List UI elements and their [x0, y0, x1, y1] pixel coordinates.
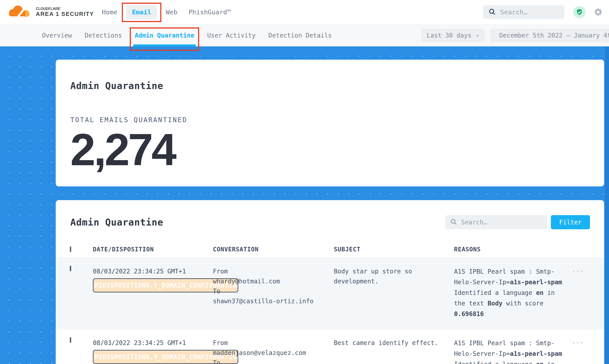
brand-subtitle: AREA 1 SECURITY: [36, 11, 94, 17]
cloudflare-cloud-icon: [7, 3, 33, 21]
tab-detections[interactable]: Detections: [85, 25, 122, 46]
tab-admin-quarantine[interactable]: Admin Quarantine: [135, 25, 194, 46]
global-search[interactable]: [483, 5, 564, 19]
table-row: 08/03/2022 23:34:25 GMT+1 APIDISPOSITION…: [56, 330, 604, 364]
row-checkbox[interactable]: [70, 337, 71, 343]
tab-web[interactable]: Web: [163, 7, 179, 17]
search-icon: [488, 8, 496, 16]
column-header-subject: SUBJECT: [334, 246, 454, 253]
main-content: Admin Quarantine TOTAL EMAILS QUARANTINE…: [0, 46, 609, 364]
date-range-label: December 5th 2022 — January 4th 2023: [499, 32, 609, 39]
reasons-cell: A1S IPBL Pearl spam : Smtp-Helo-Server-I…: [454, 338, 565, 364]
row-actions-menu-icon[interactable]: •••: [572, 340, 584, 346]
table-card-header: Admin Quarantine Filter: [56, 215, 604, 229]
app-header: CLOUDFLARE' AREA 1 SECURITY Home Email W…: [0, 0, 609, 24]
filter-button[interactable]: Filter: [551, 215, 590, 229]
column-header-date: DATE/DISPOSITION: [93, 246, 213, 253]
settings-gear-icon[interactable]: [593, 7, 603, 17]
brand-name: CLOUDFLARE: [36, 7, 60, 11]
tab-phishguard[interactable]: PhishGuard™: [186, 7, 233, 17]
reason-segment: 0.696816: [454, 310, 484, 318]
secondary-nav: Overview Detections Admin Quarantine Use…: [0, 24, 609, 46]
date-disposition-cell: 08/03/2022 23:34:25 GMT+1 APIDISPOSITION…: [93, 338, 213, 364]
reason-segment: Identified a language: [454, 361, 536, 364]
reason-segment: a1s-pearl-spam: [510, 279, 562, 286]
to-label: To: [213, 286, 334, 296]
reason-segment: en: [536, 289, 543, 296]
row-date: 08/03/2022 23:34:25 GMT+1: [93, 268, 186, 275]
to-address: shawn37@castillo-ortiz.info: [213, 296, 334, 306]
subject-cell: Best camera identify effect.: [334, 338, 454, 364]
reason-segment: en: [536, 361, 543, 364]
row-date: 08/03/2022 23:34:25 GMT+1: [93, 339, 186, 347]
period-dropdown[interactable]: Last 30 days ▼: [421, 29, 485, 42]
active-tab-underline: [133, 44, 196, 46]
reason-segment: Body: [488, 300, 502, 307]
tab-email[interactable]: Email: [126, 5, 157, 19]
tab-overview[interactable]: Overview: [42, 25, 72, 46]
tab-email-label: Email: [132, 8, 151, 16]
tab-user-activity[interactable]: User Activity: [207, 25, 256, 46]
cloudflare-logo[interactable]: CLOUDFLARE' AREA 1 SECURITY: [7, 3, 94, 21]
from-label: From: [213, 338, 334, 348]
scrollbar[interactable]: [605, 47, 609, 364]
reasons-cell: A1S IPBL Pearl spam : Smtp-Helo-Server-I…: [454, 266, 565, 319]
table-header-row: DATE/DISPOSITION CONVERSATION SUBJECT RE…: [56, 241, 604, 258]
date-range-picker[interactable]: December 5th 2022 — January 4th 2023: [490, 29, 609, 42]
table-row: 08/03/2022 23:34:25 GMT+1 APIDISPOSITION…: [56, 258, 604, 330]
tab-admin-quarantine-label: Admin Quarantine: [135, 32, 194, 39]
table-controls: Filter: [445, 215, 590, 229]
from-label: From: [213, 266, 334, 276]
table-card-title: Admin Quarantine: [70, 217, 163, 228]
conversation-cell: From whardy@hotmail.com To shawn37@casti…: [213, 266, 334, 319]
brand-trademark: ': [60, 7, 61, 11]
subject-cell: Body star up store so development.: [334, 266, 454, 319]
search-icon: [450, 218, 457, 226]
table-search[interactable]: [445, 215, 547, 229]
reason-segment: Identified a language: [454, 289, 536, 296]
table-search-input[interactable]: [461, 219, 542, 226]
date-disposition-cell: 08/03/2022 23:34:25 GMT+1 APIDISPOSITION…: [93, 266, 213, 319]
row-checkbox[interactable]: [70, 266, 71, 271]
column-header-reasons: REASONS: [454, 246, 565, 253]
metric-value: 2,274: [70, 127, 590, 172]
summary-card: Admin Quarantine TOTAL EMAILS QUARANTINE…: [56, 60, 604, 186]
from-address: maddenjason@velazquez.com: [213, 348, 334, 358]
reason-segment: with score: [502, 300, 543, 307]
to-label: To: [213, 358, 334, 364]
global-search-input[interactable]: [500, 8, 559, 16]
brand-text: CLOUDFLARE' AREA 1 SECURITY: [36, 7, 94, 17]
security-status-badge[interactable]: [573, 6, 586, 18]
summary-card-title: Admin Quarantine: [70, 80, 590, 91]
tab-home[interactable]: Home: [100, 7, 120, 17]
conversation-cell: From maddenjason@velazquez.com To bradle…: [213, 338, 334, 364]
select-all-checkbox[interactable]: [70, 247, 71, 252]
from-address: whardy@hotmail.com: [213, 276, 334, 286]
row-actions-menu-icon[interactable]: •••: [572, 269, 584, 274]
chevron-down-icon: ▼: [476, 33, 479, 38]
period-dropdown-label: Last 30 days: [427, 32, 471, 39]
quarantine-table-card: Admin Quarantine Filter DATE/DISPOSITION…: [56, 200, 604, 364]
metric-label: TOTAL EMAILS QUARANTINED: [70, 116, 590, 124]
column-header-conversation: CONVERSATION: [213, 246, 334, 253]
primary-nav: Home Email Web PhishGuard™: [100, 5, 233, 19]
tab-detection-details[interactable]: Detection Details: [268, 25, 332, 46]
date-controls: Last 30 days ▼ December 5th 2022 — Janua…: [421, 25, 609, 46]
reason-segment: a1s-pearl-spam: [510, 350, 562, 357]
